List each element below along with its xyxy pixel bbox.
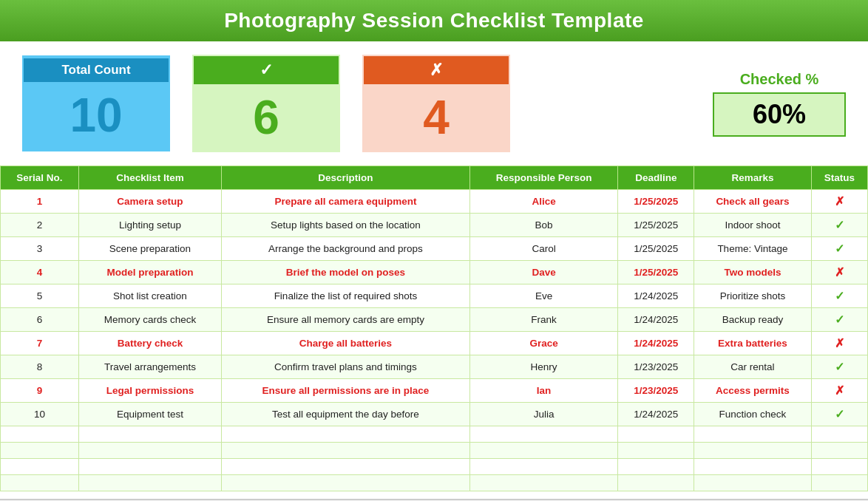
cell-serial: 9 bbox=[1, 379, 79, 403]
cell-deadline: 1/24/2025 bbox=[618, 308, 694, 332]
status-check-icon: ✓ bbox=[835, 408, 844, 420]
cell-person: Julia bbox=[469, 403, 618, 426]
cell-remarks: Prioritize shots bbox=[694, 284, 812, 308]
cell-status: ✗ bbox=[811, 332, 867, 355]
cell-remarks: Indoor shoot bbox=[694, 214, 812, 237]
cell-remarks: Car rental bbox=[694, 355, 812, 379]
cell-description: Setup lights based on the location bbox=[222, 214, 470, 237]
table-row: 9 Legal permissions Ensure all permissio… bbox=[1, 379, 868, 403]
col-deadline: Deadline bbox=[618, 166, 694, 190]
table-row: 10 Equipment test Test all equipment the… bbox=[1, 403, 868, 426]
cell-item: Lighting setup bbox=[78, 214, 221, 237]
col-description: Description bbox=[222, 166, 470, 190]
cell-deadline: 1/23/2025 bbox=[618, 355, 694, 379]
cell-serial: 6 bbox=[1, 308, 79, 332]
cell-person: Eve bbox=[469, 284, 618, 308]
cell-deadline: 1/25/2025 bbox=[618, 214, 694, 237]
empty-row bbox=[1, 426, 868, 443]
cell-item: Travel arrangements bbox=[78, 355, 221, 379]
status-check-icon: ✓ bbox=[835, 361, 844, 373]
status-check-icon: ✓ bbox=[835, 290, 844, 302]
table-row: 6 Memory cards check Ensure all memory c… bbox=[1, 308, 868, 332]
col-serial: Serial No. bbox=[1, 166, 79, 190]
cell-description: Prepare all camera equipment bbox=[222, 190, 470, 214]
cell-serial: 8 bbox=[1, 355, 79, 379]
cell-item: Camera setup bbox=[78, 190, 221, 214]
table-row: 2 Lighting setup Setup lights based on t… bbox=[1, 214, 868, 237]
table-row: 8 Travel arrangements Confirm travel pla… bbox=[1, 355, 868, 379]
status-check-icon: ✓ bbox=[835, 313, 844, 326]
cell-deadline: 1/24/2025 bbox=[618, 403, 694, 426]
status-x-icon: ✗ bbox=[835, 195, 844, 208]
cell-serial: 5 bbox=[1, 284, 79, 308]
checklist-table: Serial No. Checklist Item Description Re… bbox=[0, 166, 868, 491]
percent-card: Checked % 60% bbox=[713, 71, 846, 137]
cell-person: Bob bbox=[469, 214, 618, 237]
cell-status: ✓ bbox=[811, 355, 867, 379]
cell-description: Charge all batteries bbox=[222, 332, 470, 355]
cell-serial: 10 bbox=[1, 403, 79, 426]
cell-remarks: Theme: Vintage bbox=[694, 237, 812, 261]
total-count-card: Total Count 10 bbox=[22, 55, 170, 151]
cell-description: Test all equipment the day before bbox=[222, 403, 470, 426]
page-title: Photography Session Checklist Template bbox=[0, 9, 868, 33]
cell-person: Frank bbox=[469, 308, 618, 332]
cell-serial: 4 bbox=[1, 261, 79, 284]
cell-deadline: 1/24/2025 bbox=[618, 332, 694, 355]
cell-description: Confirm travel plans and timings bbox=[222, 355, 470, 379]
unchecked-icon: ✗ bbox=[364, 56, 509, 84]
status-x-icon: ✗ bbox=[835, 384, 844, 397]
cell-serial: 1 bbox=[1, 190, 79, 214]
cell-deadline: 1/25/2025 bbox=[618, 190, 694, 214]
cell-status: ✓ bbox=[811, 308, 867, 332]
cell-item: Legal permissions bbox=[78, 379, 221, 403]
cell-description: Brief the model on poses bbox=[222, 261, 470, 284]
status-x-icon: ✗ bbox=[835, 337, 844, 350]
col-status: Status bbox=[811, 166, 867, 190]
cell-serial: 7 bbox=[1, 332, 79, 355]
cell-person: Ian bbox=[469, 379, 618, 403]
cell-status: ✓ bbox=[811, 237, 867, 261]
cell-deadline: 1/25/2025 bbox=[618, 237, 694, 261]
total-count-value: 10 bbox=[69, 82, 122, 149]
unchecked-value: 4 bbox=[423, 84, 450, 151]
empty-row bbox=[1, 475, 868, 491]
cell-person: Henry bbox=[469, 355, 618, 379]
checked-card: ✓ 6 bbox=[192, 55, 340, 152]
col-remarks: Remarks bbox=[694, 166, 812, 190]
cell-remarks: Function check bbox=[694, 403, 812, 426]
cell-item: Model preparation bbox=[78, 261, 221, 284]
percent-box: 60% bbox=[713, 92, 846, 137]
cell-remarks: Access permits bbox=[694, 379, 812, 403]
cell-deadline: 1/23/2025 bbox=[618, 379, 694, 403]
percent-label: Checked % bbox=[740, 71, 819, 88]
cell-status: ✓ bbox=[811, 284, 867, 308]
unchecked-card: ✗ 4 bbox=[362, 55, 510, 152]
cell-status: ✗ bbox=[811, 379, 867, 403]
empty-row bbox=[1, 443, 868, 459]
percent-value: 60% bbox=[753, 99, 806, 130]
status-check-icon: ✓ bbox=[835, 219, 844, 231]
cell-remarks: Backup ready bbox=[694, 308, 812, 332]
checked-icon: ✓ bbox=[194, 56, 339, 84]
cell-description: Arrange the background and props bbox=[222, 237, 470, 261]
cell-status: ✓ bbox=[811, 214, 867, 237]
cell-person: Dave bbox=[469, 261, 618, 284]
cell-person: Carol bbox=[469, 237, 618, 261]
table-row: 4 Model preparation Brief the model on p… bbox=[1, 261, 868, 284]
checklist-table-container: Serial No. Checklist Item Description Re… bbox=[0, 166, 868, 499]
table-row: 7 Battery check Charge all batteries Gra… bbox=[1, 332, 868, 355]
cell-item: Scene preparation bbox=[78, 237, 221, 261]
cell-item: Shot list creation bbox=[78, 284, 221, 308]
cell-description: Finalize the list of required shots bbox=[222, 284, 470, 308]
table-header-row: Serial No. Checklist Item Description Re… bbox=[1, 166, 868, 190]
cell-description: Ensure all permissions are in place bbox=[222, 379, 470, 403]
status-check-icon: ✓ bbox=[835, 242, 844, 255]
page-header: Photography Session Checklist Template bbox=[0, 0, 868, 41]
cell-item: Equipment test bbox=[78, 403, 221, 426]
empty-row bbox=[1, 459, 868, 475]
cell-serial: 2 bbox=[1, 214, 79, 237]
status-x-icon: ✗ bbox=[835, 266, 844, 279]
cell-person: Alice bbox=[469, 190, 618, 214]
col-person: Responsible Person bbox=[469, 166, 618, 190]
